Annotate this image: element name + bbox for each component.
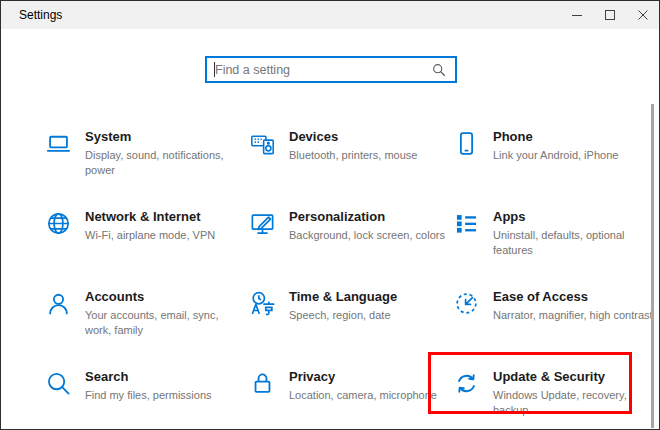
search-magnifier-icon[interactable] — [428, 63, 455, 77]
settings-window: Settings System Displa — [0, 0, 660, 430]
tile-search[interactable]: Search Find my files, permissions — [41, 369, 245, 430]
tile-personalization[interactable]: Personalization Background, lock screen,… — [245, 209, 449, 289]
tile-subtitle: Display, sound, notifications, power — [85, 148, 245, 178]
tile-title: Apps — [493, 209, 653, 225]
tile-title: System — [85, 129, 245, 145]
tile-time-language[interactable]: Time & Language Speech, region, date — [245, 289, 449, 369]
tile-title: Accounts — [85, 289, 245, 305]
tile-title: Network & Internet — [85, 209, 245, 225]
tile-subtitle: Speech, region, date — [289, 308, 449, 323]
magnifier-icon — [45, 370, 72, 397]
laptop-icon — [45, 130, 72, 157]
titlebar: Settings — [1, 1, 659, 29]
tile-subtitle: Wi-Fi, airplane mode, VPN — [85, 228, 245, 243]
tile-title: Personalization — [289, 209, 449, 225]
text-caret — [214, 62, 215, 77]
scrollbar[interactable] — [651, 104, 654, 428]
maximize-icon — [605, 10, 615, 20]
globe-icon — [45, 210, 72, 237]
tile-accounts[interactable]: Accounts Your accounts, email, sync, wor… — [41, 289, 245, 369]
tile-phone[interactable]: Phone Link your Android, iPhone — [449, 129, 653, 209]
person-icon — [45, 290, 72, 317]
tile-subtitle: Your accounts, email, sync, work, family — [85, 308, 245, 338]
tile-system[interactable]: System Display, sound, notifications, po… — [41, 129, 245, 209]
tile-subtitle: Narrator, magnifier, high contrast — [493, 308, 653, 323]
tile-subtitle: Uninstall, defaults, optional features — [493, 228, 653, 258]
tile-title: Search — [85, 369, 245, 385]
tile-devices[interactable]: Devices Bluetooth, printers, mouse — [245, 129, 449, 209]
minimize-icon — [572, 10, 582, 20]
tile-subtitle: Location, camera, microphone — [289, 388, 449, 403]
smartphone-icon — [453, 130, 480, 157]
tile-ease-of-access[interactable]: Ease of Access Narrator, magnifier, high… — [449, 289, 653, 369]
search-input[interactable] — [207, 63, 428, 77]
settings-tiles-grid: System Display, sound, notifications, po… — [41, 129, 653, 430]
monitor-pen-icon — [249, 210, 276, 237]
tile-title: Privacy — [289, 369, 449, 385]
tile-apps[interactable]: Apps Uninstall, defaults, optional featu… — [449, 209, 653, 289]
padlock-icon — [249, 370, 276, 397]
window-controls — [560, 1, 659, 29]
tile-title: Ease of Access — [493, 289, 653, 305]
tile-title: Time & Language — [289, 289, 449, 305]
list-icon — [453, 210, 480, 237]
tile-subtitle: Background, lock screen, colors — [289, 228, 449, 243]
window-title: Settings — [1, 8, 62, 22]
keyboard-speaker-icon — [249, 130, 276, 157]
search-box[interactable] — [205, 56, 457, 83]
dashed-circle-arrow-icon — [453, 290, 480, 317]
sync-arrows-icon — [453, 370, 480, 397]
clock-language-icon — [249, 290, 276, 317]
tile-privacy[interactable]: Privacy Location, camera, microphone — [245, 369, 449, 430]
close-icon — [638, 10, 648, 20]
tile-update-security[interactable]: Update & Security Windows Update, recove… — [449, 369, 653, 430]
tile-title: Update & Security — [493, 369, 653, 385]
tile-subtitle: Bluetooth, printers, mouse — [289, 148, 449, 163]
maximize-button[interactable] — [593, 1, 626, 29]
tile-title: Devices — [289, 129, 449, 145]
tile-title: Phone — [493, 129, 653, 145]
close-button[interactable] — [626, 1, 659, 29]
minimize-button[interactable] — [560, 1, 593, 29]
tile-network-internet[interactable]: Network & Internet Wi-Fi, airplane mode,… — [41, 209, 245, 289]
tile-subtitle: Find my files, permissions — [85, 388, 245, 403]
tile-subtitle: Link your Android, iPhone — [493, 148, 653, 163]
tile-subtitle: Windows Update, recovery, backup — [493, 388, 653, 418]
